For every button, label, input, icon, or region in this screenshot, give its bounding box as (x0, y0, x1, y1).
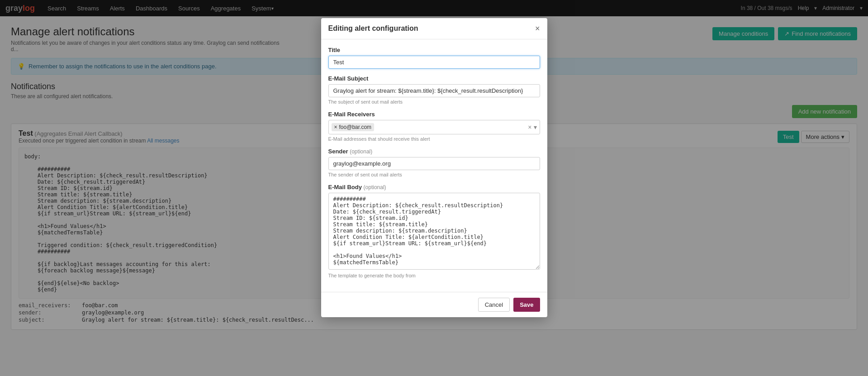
tag-remove-icon[interactable]: × (334, 124, 337, 130)
modal-footer: Cancel Save (321, 292, 547, 317)
modal-overlay[interactable]: Editing alert configuration × Title E-Ma… (0, 0, 868, 339)
email-receivers-label: E-Mail Receivers (328, 111, 540, 118)
form-group-title: Title (328, 47, 540, 69)
sender-label: Sender (optional) (328, 148, 540, 155)
email-body-help: The template to generate the body from (328, 273, 540, 278)
title-label: Title (328, 47, 540, 53)
modal-body: Title E-Mail Subject The subject of sent… (321, 39, 547, 292)
form-group-email-receivers: E-Mail Receivers × foo@bar.com × ▾ E-Mai… (328, 111, 540, 142)
email-receivers-input[interactable]: × foo@bar.com × ▾ (328, 120, 540, 134)
title-input[interactable] (328, 56, 540, 69)
tag-dropdown-icon[interactable]: ▾ (534, 124, 537, 131)
email-subject-input[interactable] (328, 84, 540, 97)
tag-input-actions: × ▾ (528, 124, 536, 131)
email-subject-label: E-Mail Subject (328, 75, 540, 82)
form-group-email-subject: E-Mail Subject The subject of sent out m… (328, 75, 540, 105)
sender-help: The sender of sent out mail alerts (328, 172, 540, 177)
email-subject-help: The subject of sent out mail alerts (328, 99, 540, 105)
modal-title: Editing alert configuration (328, 24, 418, 33)
tag-value: foo@bar.com (339, 124, 372, 130)
modal-header: Editing alert configuration × (321, 18, 547, 39)
modal-close-button[interactable]: × (535, 24, 540, 33)
form-group-sender: Sender (optional) The sender of sent out… (328, 148, 540, 177)
email-tag: × foo@bar.com (332, 123, 375, 131)
cancel-button[interactable]: Cancel (478, 298, 510, 312)
email-receivers-help: E-Mail addresses that should receive thi… (328, 136, 540, 142)
email-body-textarea[interactable]: ########## Alert Description: ${check_re… (328, 193, 540, 270)
tag-clear-icon[interactable]: × (528, 124, 531, 131)
email-body-label: E-Mail Body (optional) (328, 184, 540, 190)
form-group-email-body: E-Mail Body (optional) ########## Alert … (328, 184, 540, 278)
save-button[interactable]: Save (513, 298, 540, 312)
modal-dialog: Editing alert configuration × Title E-Ma… (321, 18, 547, 317)
sender-input[interactable] (328, 157, 540, 170)
